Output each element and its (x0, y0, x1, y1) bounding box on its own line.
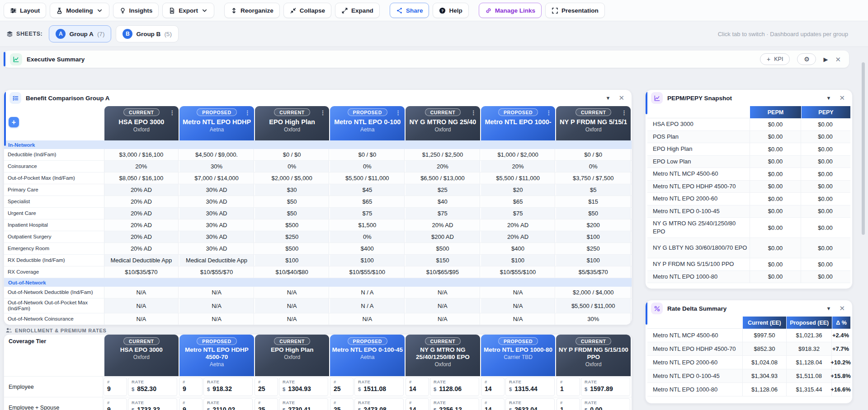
plan-name-cell: Metro NTL EPO 0-100-45 (647, 207, 750, 215)
rate-header: RATE (358, 379, 403, 384)
plan-name-cell: POS Plan (647, 133, 750, 141)
reorganize-button[interactable]: Reorganize (224, 3, 280, 18)
benefit-value-cell: N/A (255, 287, 330, 298)
gear-icon[interactable]: ⚙ (797, 53, 816, 65)
value-cell: +16.6% (831, 383, 849, 396)
table-row: Out-of-Network Deductible (Ind/Fam)N/AN/… (4, 287, 632, 298)
table-row: Primary Care20% AD30% AD$30$45$25$20$5 (4, 184, 632, 196)
rate-cell[interactable]: RATE$1315.44 (505, 377, 555, 396)
kebab-menu-icon[interactable]: ⋮ (395, 109, 401, 116)
enrollee-count-cell[interactable]: #14 (406, 377, 429, 396)
enrollee-count-cell[interactable]: #1 (557, 398, 580, 410)
enrollee-count-cell[interactable]: #14 (481, 377, 505, 396)
rate-cell[interactable]: RATE$918.32 (203, 377, 253, 396)
currency-symbol: $ (358, 387, 361, 392)
add-plan-button[interactable]: + (9, 117, 19, 127)
enrollee-count-cell[interactable]: #9 (104, 377, 127, 396)
enrollment-section-label: ENROLLMENT & PREMIUM RATES (5, 327, 107, 334)
plan-column-header-1[interactable]: CURRENT⋮HSA EPO 3000Oxford (104, 106, 179, 140)
share-button[interactable]: Share (390, 3, 429, 18)
collapse-caret-icon[interactable]: ▼ (606, 95, 611, 101)
plan-column-header-3[interactable]: CURRENT⋮EPO High PlanOxford (255, 106, 330, 140)
rate-cell[interactable]: RATE$1304.93 (279, 377, 328, 396)
rate-value-wrap: $2730.41 (283, 406, 328, 410)
kebab-menu-icon[interactable]: ⋮ (621, 109, 627, 116)
benefit-value-cell: N/A (179, 313, 254, 325)
enroll-plan-header-2[interactable]: PROPOSEDMetro NTL EPO HDHP 4500-70Aetna (179, 335, 254, 376)
scrollbar-thumb[interactable] (862, 62, 865, 235)
close-icon[interactable]: ✕ (618, 94, 624, 102)
presentation-button[interactable]: Presentation (545, 3, 605, 18)
benefit-value-cell: $3,000 / $16,100 (104, 149, 179, 160)
value-cell: $1,024.08 (742, 356, 786, 369)
reorganize-button-label: Reorganize (241, 7, 274, 14)
kebab-menu-icon[interactable]: ⋮ (320, 109, 326, 116)
rate-value: 1315.44 (514, 385, 538, 392)
close-icon[interactable]: ✕ (839, 94, 845, 102)
enrollee-count-cell[interactable]: #14 (481, 398, 505, 410)
manage-links-button[interactable]: Manage Links (479, 3, 542, 18)
add-kpi-button[interactable]: + KPI (760, 53, 790, 65)
enrollee-count-cell[interactable]: #9 (179, 377, 203, 396)
row-label: Out-of-Network Out-of-Pocket Max (Ind/Fa… (4, 298, 104, 313)
rate-cell[interactable]: RATE$2730.41 (279, 398, 328, 410)
kebab-menu-icon[interactable]: ⋮ (546, 109, 552, 116)
enrollee-count-cell[interactable]: #25 (330, 377, 354, 396)
kebab-menu-icon[interactable]: ⋮ (471, 109, 476, 116)
rate-cell[interactable]: RATE$2632.04 (505, 398, 555, 410)
enroll-plan-header-6[interactable]: PROPOSEDMetro NTL EPO 1000-80Carrier TBD (481, 335, 556, 376)
close-icon[interactable]: ✕ (835, 56, 841, 63)
layout-button[interactable]: Layout (4, 3, 46, 18)
rate-cell[interactable]: RATE$1511.08 (354, 377, 404, 396)
rate-cell[interactable]: RATE$1128.06 (430, 377, 479, 396)
enrollee-count-cell[interactable]: #14 (406, 398, 429, 410)
collapse-button[interactable]: Collapse (283, 3, 331, 18)
enroll-plan-header-4[interactable]: PROPOSEDMetro NTL EPO 0-100-45Aetna (330, 335, 405, 376)
currency-symbol: $ (585, 407, 587, 410)
rate-cell[interactable]: RATE$852.30 (128, 377, 177, 396)
enroll-plan-header-3[interactable]: CURRENTEPO High PlanOxford (255, 335, 330, 376)
enrollee-count-cell[interactable]: #25 (330, 398, 354, 410)
table-row: Out-of-Network CoinsuranceN/AN/AN/AN/AN/… (4, 313, 632, 325)
plan-column-header-4[interactable]: PROPOSED⋮Metro NTL EPO 0-100Aetna (330, 106, 405, 140)
enrollee-count-cell[interactable]: #25 (255, 377, 278, 396)
enrollee-count-cell[interactable]: #9 (104, 398, 127, 410)
rate-cell[interactable]: RATE$1733.32 (128, 398, 177, 410)
plan-column-header-2[interactable]: PROPOSED⋮Metro NTL EPO HDHPAetna (179, 106, 254, 140)
rate-cell[interactable]: RATE$2256.12 (430, 398, 479, 410)
benefit-value-cell: 30% AD (179, 184, 254, 196)
enroll-plan-header-5[interactable]: CURRENTNY G MTRO NG 25/40/1250/80 EPOOxf… (406, 335, 480, 376)
rate-cell[interactable]: RATE$1597.89 (581, 377, 630, 396)
export-button[interactable]: Export (162, 3, 214, 18)
play-icon[interactable]: ▶ (823, 56, 828, 62)
plan-carrier: Oxford (434, 126, 451, 133)
enrollee-count-cell[interactable]: #1 (557, 377, 580, 396)
close-icon[interactable]: ✕ (839, 304, 845, 312)
plan-column-header-6[interactable]: PROPOSED⋮Metro NTL EPO 1000- (481, 106, 556, 140)
help-button[interactable]: ?Help (433, 3, 468, 18)
insights-button[interactable]: Insights (113, 3, 159, 18)
rate-cell[interactable]: RATE$0.00 (581, 398, 630, 410)
expand-button[interactable]: Expand (335, 3, 380, 18)
page-scrollbar[interactable] (862, 49, 865, 410)
enrollee-count-cell[interactable]: #25 (255, 398, 278, 410)
frame-icon (552, 7, 558, 14)
enroll-plan-header-7[interactable]: CURRENTNY P FRDM NG 5/15/100 PPOOxford (556, 335, 631, 376)
plan-name-cell: Metro NTL MCP 4500-60 (647, 170, 750, 178)
kebab-menu-icon[interactable]: ⋮ (169, 109, 175, 116)
rate-delta-card: Rate Delta Summary ▼ ✕ Current (EE)Propo… (645, 300, 853, 404)
plan-column-header-7[interactable]: CURRENT⋮NY P FRDM NG 5/15/1Oxford (556, 106, 631, 140)
sheets-hint-text: Click tab to switch · Dashboard updates … (718, 31, 862, 37)
sheet-tab-group-b[interactable]: BGroup B(5) (116, 25, 179, 42)
plan-column-header-5[interactable]: CURRENT⋮NY G MTRO NG 25/40Oxford (406, 106, 480, 140)
collapse-caret-icon[interactable]: ▼ (826, 95, 831, 101)
sheet-tab-group-a[interactable]: AGroup A(7) (49, 25, 111, 42)
collapse-caret-icon[interactable]: ▼ (826, 306, 831, 311)
rate-cell[interactable]: RATE$2473.08 (354, 398, 404, 410)
enrollee-count-cell[interactable]: #9 (179, 398, 203, 410)
modeling-button[interactable]: Modeling (50, 3, 109, 18)
enroll-plan-header-1[interactable]: CURRENTHSA EPO 3000Oxford (104, 335, 179, 376)
benefit-value-cell: $0 / $0 (330, 149, 405, 160)
rate-cell[interactable]: RATE$2110.02 (203, 398, 253, 410)
kebab-menu-icon[interactable]: ⋮ (245, 109, 250, 116)
